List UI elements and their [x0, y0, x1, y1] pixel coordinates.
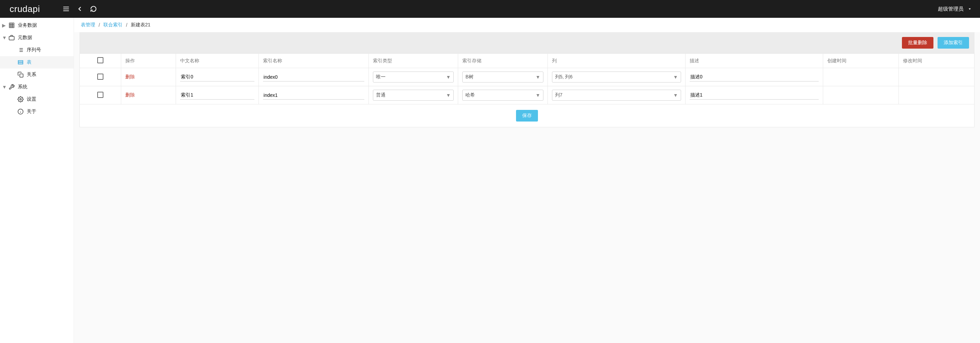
sidebar-item-label: 系统: [18, 84, 27, 90]
breadcrumb: 表管理 / 联合索引 / 新建表21: [74, 18, 980, 32]
index-name-input[interactable]: [263, 91, 365, 100]
table-icon: [17, 59, 24, 66]
delete-link[interactable]: 删除: [125, 74, 135, 79]
caret-down-icon: ▼: [446, 74, 451, 80]
svg-marker-3: [969, 8, 971, 10]
svg-rect-16: [18, 60, 23, 64]
sidebar-item-business-data[interactable]: ▶ 业务数据: [0, 19, 74, 32]
sidebar-item-label: 设置: [27, 96, 36, 102]
sidebar-item-settings[interactable]: 设置: [0, 93, 74, 105]
table-header-row: 操作 中文名称 索引名称 索引类型 索引存储 列 描述 创建时间 修改时间: [80, 54, 975, 68]
logo: crudapi: [10, 4, 40, 14]
main-content: 表管理 / 联合索引 / 新建表21 批量删除 添加索引 操作 中文名称 索引名…: [74, 18, 980, 343]
svg-rect-4: [9, 23, 14, 28]
toolbar: 批量删除 添加索引: [80, 32, 975, 53]
select-all-checkbox[interactable]: [97, 57, 103, 64]
sidebar-item-label: 序列号: [27, 47, 41, 53]
select-value: B树: [465, 74, 473, 80]
save-button[interactable]: 保存: [516, 110, 538, 122]
index-name-input[interactable]: [263, 73, 365, 81]
cols-select[interactable]: 列5, 列6▼: [552, 71, 681, 83]
gear-icon: [17, 96, 24, 103]
sidebar-item-label: 元数据: [18, 35, 32, 41]
info-icon: [17, 108, 24, 115]
caret-down-icon: ▼: [2, 35, 5, 40]
select-value: 列7: [555, 92, 563, 98]
index-storage-select[interactable]: 哈希▼: [462, 90, 543, 101]
select-value: 唯一: [376, 74, 385, 80]
app-header: crudapi 超级管理员: [0, 0, 980, 18]
wrench-icon: [8, 84, 15, 91]
grid-icon: [8, 22, 15, 29]
menu-icon[interactable]: [62, 5, 70, 13]
caret-down-icon: ▼: [536, 92, 540, 98]
modified-cell: [899, 86, 974, 105]
caret-down-icon: ▼: [446, 92, 451, 98]
col-desc: 描述: [685, 54, 823, 68]
col-modified: 修改时间: [899, 54, 974, 68]
caret-down-icon: ▼: [2, 84, 5, 90]
col-cn-name: 中文名称: [176, 54, 259, 68]
sidebar-item-metadata[interactable]: ▼ 元数据: [0, 32, 74, 44]
desc-input[interactable]: [690, 91, 819, 100]
svg-rect-9: [9, 36, 14, 40]
cols-select[interactable]: 列7▼: [552, 90, 681, 101]
index-type-select[interactable]: 唯一▼: [373, 71, 454, 83]
col-cols: 列: [547, 54, 685, 68]
created-cell: [823, 86, 899, 105]
table-row: 删除 唯一▼ B树▼ 列5, 列6▼: [80, 68, 975, 86]
caret-right-icon: ▶: [2, 22, 5, 28]
breadcrumb-table-management[interactable]: 表管理: [81, 22, 95, 28]
col-operation: 操作: [121, 54, 176, 68]
user-label: 超级管理员: [938, 6, 964, 12]
save-footer: 保存: [80, 105, 975, 127]
batch-delete-button[interactable]: 批量删除: [902, 37, 934, 49]
breadcrumb-separator: /: [99, 22, 100, 28]
header-icons: [62, 5, 98, 13]
delete-link[interactable]: 删除: [125, 92, 135, 98]
caret-down-icon: ▼: [673, 74, 678, 80]
sidebar-item-about[interactable]: 关于: [0, 105, 74, 118]
col-created: 创建时间: [823, 54, 899, 68]
svg-rect-19: [20, 74, 23, 77]
add-index-button[interactable]: 添加索引: [937, 37, 969, 49]
sidebar-item-label: 业务数据: [18, 22, 37, 29]
refresh-icon[interactable]: [89, 5, 98, 13]
col-index-name: 索引名称: [259, 54, 369, 68]
index-table: 操作 中文名称 索引名称 索引类型 索引存储 列 描述 创建时间 修改时间 删: [80, 53, 975, 105]
breadcrumb-composite-index[interactable]: 联合索引: [103, 22, 123, 28]
select-value: 列5, 列6: [555, 74, 573, 80]
sidebar-item-label: 表: [27, 59, 32, 65]
table-row: 删除 普通▼ 哈希▼ 列7▼: [80, 86, 975, 105]
select-value: 哈希: [465, 92, 475, 98]
header-left: crudapi: [5, 4, 98, 14]
cn-name-input[interactable]: [180, 91, 254, 100]
sidebar-item-label: 关于: [27, 108, 36, 115]
cn-name-input[interactable]: [180, 73, 254, 81]
sidebar-item-label: 关系: [27, 71, 36, 78]
user-menu[interactable]: 超级管理员: [938, 6, 972, 12]
col-index-type: 索引类型: [369, 54, 458, 68]
sidebar-item-system[interactable]: ▼ 系统: [0, 81, 74, 93]
row-checkbox[interactable]: [97, 92, 103, 98]
select-value: 普通: [376, 92, 385, 98]
caret-down-icon: [968, 6, 972, 12]
sidebar-item-table[interactable]: 表: [0, 56, 74, 68]
breadcrumb-current: 新建表21: [131, 22, 151, 28]
index-type-select[interactable]: 普通▼: [373, 90, 454, 101]
index-storage-select[interactable]: B树▼: [462, 71, 543, 83]
sidebar: ▶ 业务数据 ▼ 元数据 序列号 表: [0, 18, 74, 343]
sidebar-item-relation[interactable]: 关系: [0, 68, 74, 81]
desc-input[interactable]: [690, 73, 819, 81]
caret-down-icon: ▼: [536, 74, 540, 80]
caret-down-icon: ▼: [673, 92, 678, 98]
col-index-storage: 索引存储: [458, 54, 547, 68]
row-checkbox[interactable]: [97, 74, 103, 80]
created-cell: [823, 68, 899, 86]
modified-cell: [899, 68, 974, 86]
briefcase-icon: [8, 34, 15, 41]
sidebar-item-sequence[interactable]: 序列号: [0, 44, 74, 56]
list-icon: [17, 46, 24, 53]
back-icon[interactable]: [76, 5, 84, 13]
svg-point-20: [20, 98, 22, 100]
